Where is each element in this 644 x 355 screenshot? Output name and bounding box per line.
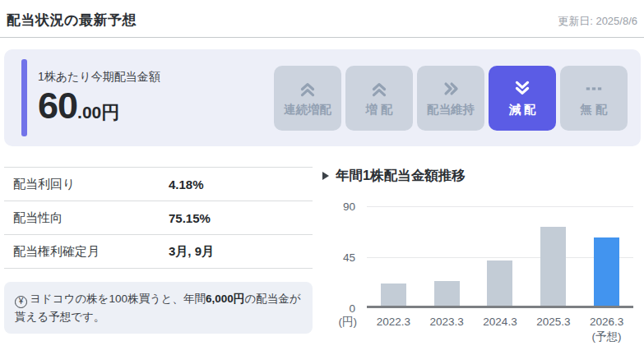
metrics-table: 配当利回り 4.18% 配当性向 75.15% 配当権利確定月 3月, 9月: [4, 167, 313, 269]
y-tick-45: 45: [343, 251, 355, 264]
note-bold-amount: 6,000円: [206, 293, 244, 305]
status-button-decrease[interactable]: 減 配: [489, 66, 556, 131]
bars: [367, 206, 633, 306]
metric-value: 4.18%: [169, 178, 204, 191]
chart-section: 年間1株配当金額推移 90 45 0: [313, 167, 641, 344]
metric-value: 3月, 9月: [169, 244, 214, 260]
double-chevron-up-icon: [295, 78, 320, 99]
x-tick-2024-3: 2024.3: [474, 315, 527, 344]
x-tick-2023-3: 2023.3: [420, 315, 474, 344]
status-button-label: 連続増配: [284, 102, 331, 118]
y-tick-0: 0: [349, 302, 355, 315]
bar-2024-3[interactable]: [487, 260, 512, 306]
double-chevron-down-icon: [510, 78, 535, 99]
plot-area: [367, 206, 633, 308]
x-tick-2026-3-forecast: 2026.3(予想): [580, 315, 633, 344]
dividend-summary-banner: 1株あたり今期配当金額 60 .00 円 連続増配 増 配 配当維持: [4, 49, 641, 146]
status-button-label: 無 配: [580, 102, 607, 118]
dividend-status-buttons: 連続増配 増 配 配当維持 減 配 無 配: [274, 66, 628, 131]
main-content: 配当利回り 4.18% 配当性向 75.15% 配当権利確定月 3月, 9月 ¥…: [4, 167, 641, 344]
x-axis: (円) 2022.3 2023.3 2024.3 2025.3 2026.3(予…: [322, 315, 641, 344]
double-chevron-right-icon: [438, 78, 463, 99]
accent-bar: [21, 59, 27, 136]
bar-2026-3-forecast[interactable]: [594, 237, 619, 306]
bar-2022-3[interactable]: [381, 284, 406, 306]
metric-label: 配当利回り: [4, 177, 169, 192]
chart-title: 年間1株配当金額推移: [322, 167, 641, 185]
x-tick-2022-3: 2022.3: [367, 315, 420, 344]
chart-title-text: 年間1株配当金額推移: [336, 167, 466, 185]
x-tick-2025-3: 2025.3: [526, 315, 580, 344]
status-button-label: 増 配: [365, 102, 392, 118]
status-button-label: 配当維持: [427, 102, 475, 118]
amount-unit: 円: [101, 100, 119, 125]
dividend-per-share-summary: 1株あたり今期配当金額 60 .00 円: [21, 59, 160, 136]
y-tick-90: 90: [343, 201, 355, 213]
status-button-maintain[interactable]: 配当維持: [417, 66, 484, 131]
dividend-amount: 60 .00 円: [38, 86, 160, 125]
status-button-label: 減 配: [508, 102, 535, 118]
note-box: ¥ヨドコウの株を100株買うと、年間6,000円の配当金が貰える予想です。: [4, 282, 313, 334]
double-chevron-up-icon: [367, 78, 391, 99]
status-button-no-dividend[interactable]: 無 配: [560, 66, 628, 131]
header: 配当状況の最新予想 更新日: 2025/8/6: [0, 0, 644, 38]
metric-label: 配当性向: [4, 210, 169, 226]
triangle-marker-icon: [322, 172, 329, 180]
metric-label: 配当権利確定月: [4, 244, 169, 260]
metrics-column: 配当利回り 4.18% 配当性向 75.15% 配当権利確定月 3月, 9月 ¥…: [4, 167, 313, 344]
dashes-icon: [581, 78, 606, 99]
table-row-record-months: 配当権利確定月 3月, 9月: [4, 235, 313, 269]
amount-integer: 60: [38, 86, 77, 125]
bar-2023-3[interactable]: [434, 281, 460, 306]
y-axis: 90 45 0: [322, 206, 360, 308]
status-button-consecutive-increase[interactable]: 連続増配: [274, 66, 341, 131]
summary-label: 1株あたり今期配当金額: [38, 70, 160, 85]
page-title: 配当状況の最新予想: [7, 11, 137, 30]
bar-chart: 90 45 0 (円): [322, 206, 641, 344]
updated-date: 更新日: 2025/8/6: [558, 14, 637, 30]
note-text: ヨドコウの株を100株買うと、年間: [30, 293, 206, 305]
metric-value: 75.15%: [169, 211, 211, 225]
table-row-payout-ratio: 配当性向 75.15%: [4, 201, 313, 235]
amount-decimal: .00: [77, 103, 101, 122]
y-axis-unit-label: (円): [322, 315, 360, 344]
table-row-dividend-yield: 配当利回り 4.18%: [4, 168, 313, 201]
status-button-increase[interactable]: 増 配: [345, 66, 413, 131]
bar-2025-3[interactable]: [540, 227, 566, 306]
yen-circle-icon: ¥: [15, 296, 27, 308]
